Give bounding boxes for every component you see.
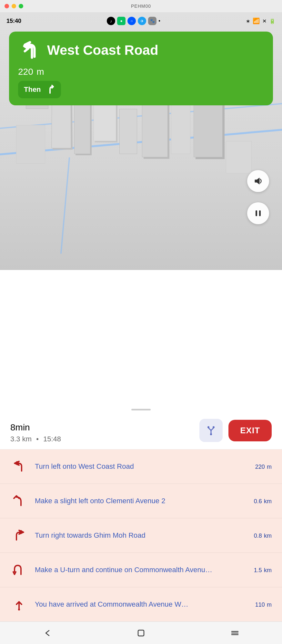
titlebar-title: РEНМ00 <box>131 4 151 9</box>
then-label: Then <box>24 85 41 94</box>
direction-text: Turn left onto West Coast Road <box>35 462 248 472</box>
building-10 <box>226 141 252 173</box>
app-icon-2: 🐾 <box>148 17 156 25</box>
svg-rect-8 <box>138 630 144 636</box>
direction-icon-slight-left <box>10 492 28 510</box>
svg-rect-0 <box>256 210 257 216</box>
direction-icon-arrive <box>10 596 28 613</box>
directions-list: Turn left onto West Coast Road 220 m Mak… <box>0 449 282 621</box>
nav-street-name: West Coast Road <box>47 43 158 58</box>
distance-text: 3.3 km <box>10 435 32 443</box>
minimize-dot[interactable] <box>12 4 16 8</box>
exit-button[interactable]: EXIT <box>228 420 272 441</box>
dot-separator: • <box>36 435 39 443</box>
direction-item: You have arrived at Commonwealth Avenue … <box>0 587 282 621</box>
direction-item: Make a slight left onto Clementi Avenue … <box>0 484 282 518</box>
eta-text: 15:48 <box>43 435 61 443</box>
direction-text: You have arrived at Commonwealth Avenue … <box>35 600 248 610</box>
close-dot[interactable] <box>5 4 9 8</box>
svg-rect-1 <box>259 210 261 216</box>
building-6 <box>171 102 190 154</box>
svg-point-7 <box>18 609 20 610</box>
building-8 <box>16 125 45 164</box>
pause-button[interactable] <box>247 202 269 224</box>
bottom-navigation-bar <box>0 621 282 644</box>
direction-distance: 0.6 km <box>254 497 272 505</box>
telegram-icon: ✈ <box>138 17 146 25</box>
building-4 <box>119 109 137 154</box>
svg-point-3 <box>210 433 212 435</box>
signal-icon: ✕ <box>262 18 267 24</box>
maximize-dot[interactable] <box>19 4 23 8</box>
home-icon <box>136 629 146 638</box>
wechat-icon: ● <box>117 17 126 25</box>
titlebar: РEНМ00 <box>0 0 282 12</box>
phone-frame: 15:40 ♪ ● ○ ✈ 🐾 • ∗ 📶 ✕ 🔋 <box>0 12 282 644</box>
sound-button[interactable] <box>247 170 269 192</box>
svg-point-5 <box>213 426 215 428</box>
direction-icon-right <box>10 527 28 544</box>
dot-indicator: • <box>158 18 160 24</box>
wifi-icon: 📶 <box>253 17 260 24</box>
direction-item: Turn left onto West Coast Road 220 m <box>0 449 282 484</box>
svg-point-4 <box>207 426 209 428</box>
direction-distance: 220 m <box>255 462 272 471</box>
direction-text: Make a U-turn and continue on Commonweal… <box>35 565 247 575</box>
window-controls <box>5 4 23 8</box>
time-display: 15:40 <box>6 18 21 24</box>
nav-distance-display: 220 m <box>18 64 264 78</box>
direction-icon-left <box>10 458 28 475</box>
app-icon-1: ○ <box>127 17 136 25</box>
panel-header: 8min 3.3 km • 15:48 <box>0 410 282 449</box>
panel-info: 3.3 km • 15:48 <box>10 435 61 443</box>
navigation-banner: West Coast Road 220 m Then <box>9 32 273 105</box>
direction-item: Make a U-turn and continue on Commonweal… <box>0 553 282 587</box>
status-bar: 15:40 ♪ ● ○ ✈ 🐾 • ∗ 📶 ✕ 🔋 <box>0 12 282 30</box>
menu-button[interactable] <box>227 625 243 641</box>
direction-icon-uturn <box>10 561 28 579</box>
nav-then-indicator: Then <box>18 81 61 98</box>
direction-distance: 110 m <box>255 600 272 609</box>
fork-icon <box>205 425 217 436</box>
bottom-panel: 8min 3.3 km • 15:48 <box>0 404 282 621</box>
status-system-icons: ∗ 📶 ✕ 🔋 <box>246 17 276 24</box>
direction-text: Turn right towards Ghim Moh Road <box>35 531 247 541</box>
direction-text: Make a slight left onto Clementi Avenue … <box>35 496 247 506</box>
back-button[interactable] <box>39 625 55 641</box>
turn-left-arrow-icon <box>18 39 41 62</box>
exit-label: EXIT <box>240 426 260 435</box>
home-button[interactable] <box>133 625 149 641</box>
status-app-icons: ♪ ● ○ ✈ 🐾 • <box>107 17 160 25</box>
then-arrow-icon <box>44 84 55 95</box>
route-options-button[interactable] <box>199 419 223 442</box>
sound-icon <box>253 176 263 186</box>
panel-summary: 8min 3.3 km • 15:48 <box>10 418 61 443</box>
pause-icon <box>254 209 263 218</box>
panel-actions: EXIT <box>199 419 272 442</box>
direction-distance: 1.5 km <box>254 566 272 574</box>
direction-distance: 0.8 km <box>254 531 272 540</box>
tiktok-icon: ♪ <box>107 17 115 25</box>
direction-item: Turn right towards Ghim Moh Road 0.8 km <box>0 518 282 553</box>
bluetooth-icon: ∗ <box>246 18 250 24</box>
back-icon <box>43 629 52 638</box>
battery-icon: 🔋 <box>269 18 276 24</box>
duration-display: 8min <box>10 418 61 434</box>
menu-icon <box>230 629 239 638</box>
